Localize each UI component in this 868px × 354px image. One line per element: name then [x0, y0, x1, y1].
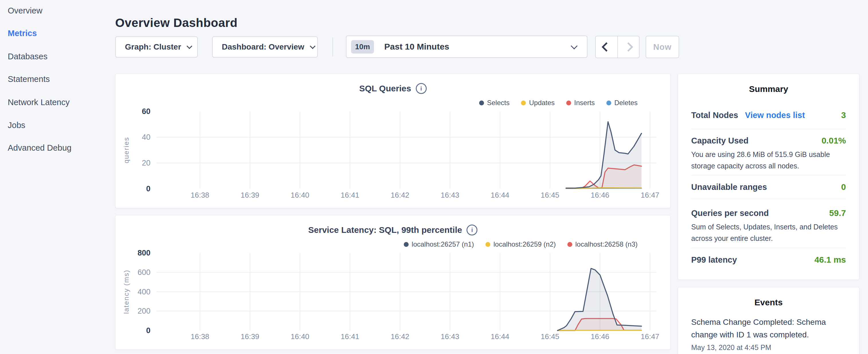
sidebar-item-databases[interactable]: Databases [8, 51, 48, 62]
summary-row: Total NodesView nodes list3 [691, 110, 846, 120]
next-range-button[interactable] [618, 36, 639, 58]
summary-row-description: You are using 28.6 MiB of 515.9 GiB usab… [691, 149, 853, 171]
time-range-select[interactable]: 10m Past 10 Minutes [346, 35, 587, 58]
svg-text:16:47: 16:47 [641, 191, 659, 199]
svg-text:16:38: 16:38 [191, 332, 209, 341]
summary-row-label: P99 latency [691, 255, 737, 265]
svg-text:queries: queries [122, 137, 130, 164]
svg-text:16:39: 16:39 [241, 332, 259, 341]
events-panel: Events Schema Change Completed: Schema c… [678, 287, 859, 354]
time-range-label: Past 10 Minutes [384, 42, 449, 52]
event-entry-timestamp: May 13, 2020 at 4:45 PM [691, 344, 853, 352]
sidebar-item-statements[interactable]: Statements [8, 74, 50, 85]
svg-text:16:44: 16:44 [491, 191, 509, 199]
svg-text:600: 600 [137, 268, 150, 277]
svg-text:0: 0 [146, 185, 150, 193]
view-nodes-list-link[interactable]: View nodes list [745, 110, 805, 120]
prev-range-button[interactable] [596, 36, 618, 58]
svg-text:200: 200 [137, 307, 150, 315]
now-button[interactable]: Now [646, 36, 679, 58]
svg-text:800: 800 [137, 249, 150, 257]
svg-text:16:47: 16:47 [641, 332, 659, 341]
summary-row-label: Unavailable ranges [691, 183, 767, 192]
svg-text:16:42: 16:42 [391, 332, 409, 341]
events-title: Events [678, 297, 859, 307]
svg-text:40: 40 [142, 133, 150, 141]
svg-text:60: 60 [142, 107, 150, 116]
summary-title: Summary [678, 84, 859, 94]
svg-text:16:45: 16:45 [541, 332, 559, 341]
sidebar-item-metrics[interactable]: Metrics [8, 28, 37, 39]
page-title: Overview Dashboard [115, 16, 238, 30]
svg-text:16:42: 16:42 [391, 191, 409, 199]
svg-text:400: 400 [137, 288, 150, 296]
event-entry-text[interactable]: Schema Change Completed: Schema change w… [691, 316, 853, 341]
sidebar-item-overview[interactable]: Overview [8, 5, 42, 16]
summary-row: P99 latency46.1 ms [691, 255, 846, 265]
svg-text:16:41: 16:41 [341, 191, 359, 199]
svg-text:16:43: 16:43 [441, 191, 459, 199]
now-button-label: Now [646, 42, 679, 52]
svg-text:16:44: 16:44 [491, 332, 509, 341]
svg-text:16:46: 16:46 [591, 332, 609, 341]
sql-queries-plot[interactable]: 16:3816:3916:4016:4116:4216:4316:4416:45… [116, 74, 671, 208]
chevron-down-icon [187, 43, 192, 49]
svg-text:16:41: 16:41 [341, 332, 359, 341]
sidebar-nav: OverviewMetricsDatabasesStatementsNetwor… [0, 0, 109, 354]
service-latency-plot[interactable]: 16:3816:3916:4016:4116:4216:4316:4416:45… [116, 215, 671, 350]
svg-text:latency (ms): latency (ms) [122, 269, 130, 314]
chevron-left-icon [601, 42, 611, 52]
summary-row-value: 3 [841, 110, 846, 120]
chevron-right-icon [624, 42, 633, 52]
summary-row-value: 0.01% [822, 136, 846, 146]
sidebar-item-advanced-debug[interactable]: Advanced Debug [8, 142, 72, 153]
summary-row: Capacity Used0.01% [691, 136, 846, 146]
svg-text:16:40: 16:40 [290, 332, 309, 341]
graph-scope-dropdown[interactable]: Graph: Cluster [115, 36, 198, 58]
summary-row-label: Total Nodes [691, 110, 738, 120]
svg-text:16:43: 16:43 [441, 332, 459, 341]
dashboard-dropdown[interactable]: Dashboard: Overview [212, 36, 318, 58]
svg-text:16:39: 16:39 [241, 191, 259, 199]
summary-panel: Summary Total NodesView nodes list3Capac… [678, 74, 859, 280]
time-range-badge: 10m [351, 40, 374, 54]
db-console-page: { "app": { "bg": "#f4f6fa", "accent_blue… [0, 0, 868, 354]
time-step-group [595, 36, 640, 58]
summary-row-value: 0 [841, 182, 846, 192]
svg-text:16:45: 16:45 [541, 191, 559, 199]
sql-queries-chart-card: SQL Queries i SelectsUpdatesInsertsDelet… [115, 74, 671, 208]
summary-divider [691, 199, 846, 199]
summary-row-label: Queries per second [691, 208, 769, 218]
svg-text:16:38: 16:38 [191, 191, 209, 199]
svg-text:16:40: 16:40 [290, 191, 309, 199]
toolbar-divider [333, 37, 333, 57]
summary-row-value: 46.1 ms [814, 255, 846, 265]
svg-text:0: 0 [146, 326, 150, 335]
summary-row: Queries per second59.7 [691, 208, 846, 218]
svg-text:16:46: 16:46 [591, 191, 609, 199]
dashboard-label: Dashboard: Overview [222, 42, 304, 52]
chevron-down-icon [570, 42, 578, 49]
summary-row: Unavailable ranges0 [691, 182, 846, 192]
summary-row-value: 59.7 [829, 208, 846, 218]
service-latency-chart-card: Service Latency: SQL, 99th percentile i … [115, 215, 671, 350]
svg-text:20: 20 [142, 159, 150, 167]
chevron-down-icon [310, 43, 315, 49]
sidebar-item-jobs[interactable]: Jobs [8, 120, 25, 131]
sidebar-item-network-latency[interactable]: Network Latency [8, 97, 70, 108]
summary-row-label: Capacity Used [691, 136, 748, 146]
graph-scope-label: Graph: Cluster [125, 42, 181, 52]
summary-row-description: Sum of Selects, Updates, Inserts, and De… [691, 221, 853, 244]
